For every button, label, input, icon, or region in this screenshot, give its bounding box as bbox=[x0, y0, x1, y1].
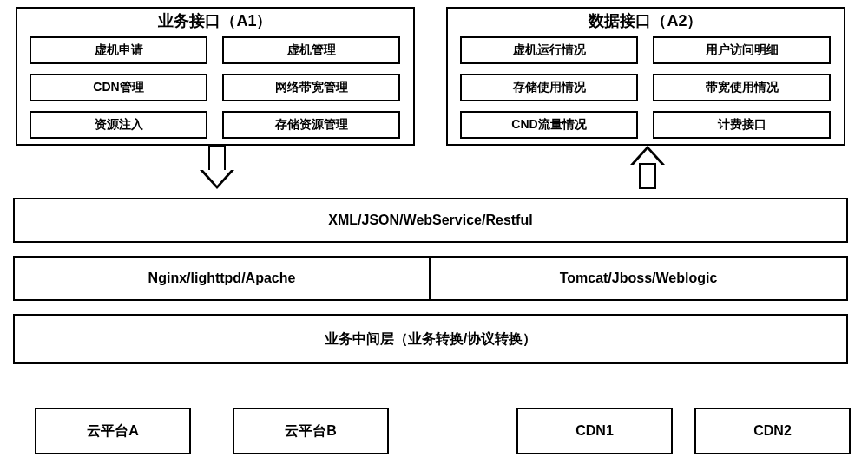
arrow-a1-down bbox=[200, 146, 234, 198]
a1-item-2-0: 资源注入 bbox=[30, 111, 207, 139]
group-a2-title: 数据接口（A2） bbox=[446, 10, 845, 31]
layer-servers-left: Nginx/lighttpd/Apache bbox=[13, 256, 431, 301]
layer-protocol: XML/JSON/WebService/Restful bbox=[13, 198, 848, 243]
a1-item-0-1: 虚机管理 bbox=[222, 36, 400, 64]
architecture-diagram: 业务接口（A1） 虚机申请 虚机管理 CDN管理 网络带宽管理 资源注入 存储资… bbox=[0, 0, 868, 470]
a1-item-2-1: 存储资源管理 bbox=[222, 111, 400, 139]
platform-cloud-b: 云平台B bbox=[233, 408, 389, 454]
a1-item-1-0: CDN管理 bbox=[30, 74, 207, 101]
group-a1-title: 业务接口（A1） bbox=[16, 10, 415, 31]
arrow-a2-up bbox=[630, 146, 665, 198]
layer-middle: 业务中间层（业务转换/协议转换） bbox=[13, 314, 848, 364]
a2-item-1-1: 带宽使用情况 bbox=[653, 74, 831, 101]
a2-item-0-1: 用户访问明细 bbox=[653, 36, 831, 64]
layer-servers-right: Tomcat/Jboss/Weblogic bbox=[431, 256, 848, 301]
platform-cdn1: CDN1 bbox=[516, 408, 673, 454]
platform-cdn2: CDN2 bbox=[694, 408, 851, 454]
a2-item-1-0: 存储使用情况 bbox=[460, 74, 638, 101]
a2-item-2-0: CND流量情况 bbox=[460, 111, 638, 139]
a2-item-2-1: 计费接口 bbox=[653, 111, 831, 139]
platform-cloud-a: 云平台A bbox=[35, 408, 191, 454]
a1-item-0-0: 虚机申请 bbox=[30, 36, 207, 64]
a2-item-0-0: 虚机运行情况 bbox=[460, 36, 638, 64]
a1-item-1-1: 网络带宽管理 bbox=[222, 74, 400, 101]
